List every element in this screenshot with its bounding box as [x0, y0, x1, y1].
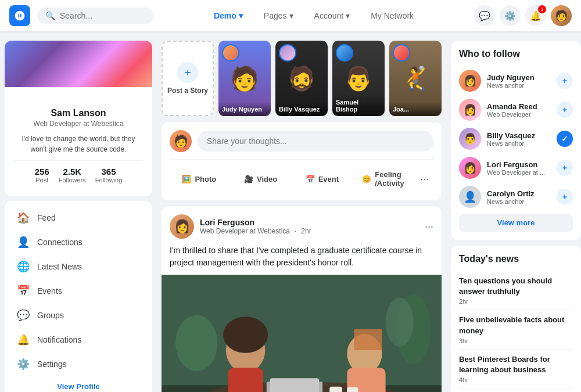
stat-followers: 2.5K Followers	[59, 167, 86, 184]
photo-icon: 🖼️	[182, 175, 191, 184]
user-avatar-button[interactable]: 🧑	[551, 5, 572, 26]
menu-groups[interactable]: 💬 Groups	[9, 303, 148, 328]
profile-info: Sam Lanson Web Developer at Webestica I'…	[5, 87, 152, 196]
menu-feed[interactable]: 🏠 Feed	[9, 206, 148, 230]
svg-rect-8	[354, 329, 382, 350]
post-author-avatar: 👩	[170, 214, 194, 239]
event-icon: 📅	[306, 175, 315, 184]
svg-rect-12	[329, 387, 342, 392]
follow-button-carolyn[interactable]: +	[557, 189, 573, 205]
news-item-3[interactable]: Best Pinterest Boards for learning about…	[459, 350, 573, 389]
view-more-link[interactable]: View more	[459, 214, 573, 232]
connections-icon: 👤	[16, 236, 30, 249]
profile-stats: 256 Post 2.5K Followers 365 Following	[14, 160, 143, 184]
feeling-button[interactable]: 😊 Feeling /Activity	[354, 166, 413, 192]
story-judy-name: Judy Nguyen	[222, 106, 267, 113]
composer-more-button[interactable]: ···	[415, 171, 433, 188]
event-button[interactable]: 📅 Event	[293, 170, 352, 188]
news-item-1[interactable]: Ten questions you should answer truthful…	[459, 271, 573, 310]
profile-bio: I'd love to change the world, but they w…	[14, 134, 143, 154]
news-time-1: 2hr	[459, 298, 573, 305]
who-to-follow-title: Who to follow	[459, 49, 573, 59]
follow-button-billy[interactable]: ✓	[557, 131, 573, 147]
follow-name-carolyn: Carolyn Ortiz	[487, 189, 551, 198]
composer-actions: 🖼️ Photo 🎥 Video 📅 Event 😊 Feeling /Acti…	[170, 159, 433, 192]
svg-point-14	[175, 315, 217, 371]
news-item-4[interactable]: Skills that you can learn from business …	[459, 389, 573, 392]
follow-name-judy: Judy Nguyen	[487, 73, 551, 82]
photo-button[interactable]: 🖼️ Photo	[170, 170, 229, 188]
follow-role-billy: News anchor	[487, 140, 551, 147]
story-billy[interactable]: 🧔 Billy Vasquez	[275, 41, 328, 116]
news-widget-title: Today's news	[459, 254, 573, 264]
add-story-icon: +	[177, 62, 198, 83]
stat-post: 256 Post	[35, 167, 49, 184]
menu-notifications[interactable]: 🔔 Notifications	[9, 328, 148, 352]
chat-icon-button[interactable]: 💬	[474, 5, 495, 26]
news-item-2[interactable]: Five unbelievable facts about money 3hr	[459, 310, 573, 349]
nav-account[interactable]: Account ▾	[310, 9, 355, 23]
post-author-name: Lori Ferguson	[200, 218, 425, 227]
video-button[interactable]: 🎥 Video	[231, 170, 290, 188]
composer-top: 🧑	[170, 130, 433, 152]
story-judy[interactable]: 🧑 Judy Nguyen	[218, 41, 271, 116]
news-title-1: Ten questions you should answer truthful…	[459, 276, 573, 297]
post-author-subtitle: Web Developer at Webestica	[200, 227, 290, 235]
news-icon: 🌐	[16, 260, 30, 273]
story-joa[interactable]: 🤾 Joa...	[389, 41, 442, 116]
follow-item-judy: 👩 Judy Nguyen News anchor +	[459, 66, 573, 95]
post-card: 👩 Lori Ferguson Web Developer at Webesti…	[162, 206, 442, 392]
search-icon: 🔍	[45, 11, 55, 20]
nav-center: Demo ▾ Pages ▾ Account ▾ My Network	[160, 9, 467, 23]
follow-button-lori[interactable]: +	[557, 160, 573, 176]
follow-item-billy: 👨 Billy Vasquez News anchor ✓	[459, 124, 573, 153]
story-samuel-name: Samuel Bishop	[336, 99, 381, 113]
navbar: 🔍 Demo ▾ Pages ▾ Account ▾ My Network 💬 …	[0, 0, 581, 31]
who-to-follow-widget: Who to follow 👩 Judy Nguyen News anchor …	[451, 41, 581, 240]
follow-name-billy: Billy Vasquez	[487, 131, 551, 140]
add-story-label: Post a Story	[167, 87, 208, 95]
search-input[interactable]	[60, 11, 145, 20]
news-time-2: 3hr	[459, 337, 573, 344]
profile-cover	[5, 41, 152, 87]
news-title-2: Five unbelievable facts about money	[459, 315, 573, 336]
nav-network[interactable]: My Network	[366, 9, 418, 23]
feeling-icon: 😊	[362, 175, 371, 184]
add-story-button[interactable]: + Post a Story	[162, 41, 214, 116]
post-more-button[interactable]: ···	[425, 221, 433, 233]
post-header: 👩 Lori Ferguson Web Developer at Webesti…	[162, 206, 442, 244]
svg-point-5	[223, 317, 268, 353]
logo[interactable]	[9, 5, 30, 26]
follow-button-amanda[interactable]: +	[557, 102, 573, 118]
story-judy-avatar	[222, 44, 239, 62]
notifications-icon-button[interactable]: 🔔 1	[525, 5, 546, 26]
video-icon: 🎥	[244, 175, 253, 184]
follow-avatar-amanda: 👩	[459, 99, 481, 121]
menu-events[interactable]: 📅 Events	[9, 279, 148, 303]
follow-avatar-carolyn: 👤	[459, 186, 481, 208]
nav-pages[interactable]: Pages ▾	[259, 9, 298, 23]
follow-button-judy[interactable]: +	[557, 73, 573, 89]
composer-input[interactable]	[198, 131, 433, 152]
menu-connections[interactable]: 👤 Connections	[9, 230, 148, 254]
view-profile-link[interactable]: View Profile	[9, 376, 148, 392]
navbar-right: 💬 ⚙️ 🔔 1 🧑	[474, 5, 572, 26]
story-billy-name: Billy Vasquez	[279, 106, 324, 113]
post-text: I'm thrilled to share that I've complete…	[162, 244, 442, 275]
nav-demo[interactable]: Demo ▾	[209, 9, 248, 23]
post-meta: Lori Ferguson Web Developer at Webestica…	[200, 218, 425, 235]
menu-latest-news[interactable]: 🌐 Latest News	[9, 254, 148, 279]
follow-info-amanda: Amanda Reed Web Developer	[487, 102, 551, 118]
menu-settings[interactable]: ⚙️ Settings	[9, 352, 148, 376]
post-image	[162, 275, 442, 392]
story-samuel-avatar	[336, 44, 353, 62]
post-time: 2hr	[301, 227, 311, 235]
follow-role-carolyn: News anchor	[487, 198, 551, 205]
follow-avatar-billy: 👨	[459, 128, 481, 150]
settings-icon-button[interactable]: ⚙️	[500, 5, 521, 26]
story-joa-name: Joa...	[393, 106, 438, 113]
follow-item-lori: 👩 Lori Ferguson Web Developer at ... +	[459, 153, 573, 182]
story-samuel[interactable]: 👨 Samuel Bishop	[332, 41, 385, 116]
search-box[interactable]: 🔍	[37, 8, 153, 24]
follow-role-judy: News anchor	[487, 82, 551, 89]
